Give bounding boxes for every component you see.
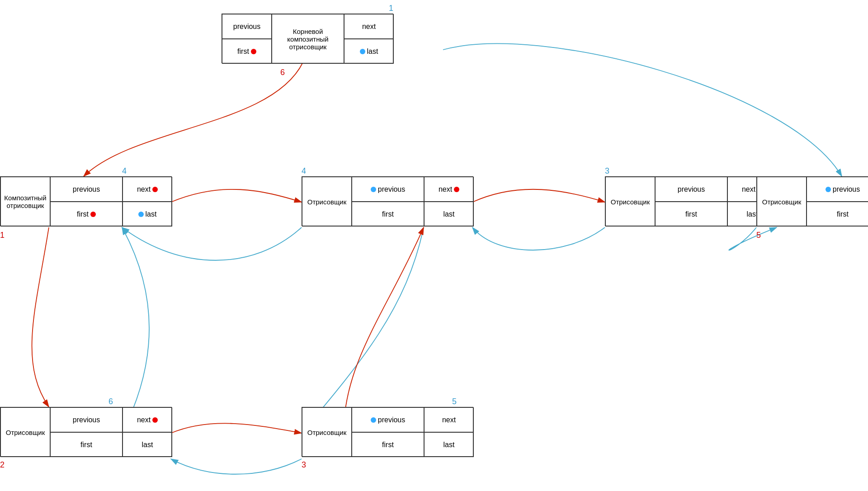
n1-first: first bbox=[50, 202, 123, 227]
n2-label: Отрисовщик bbox=[302, 177, 352, 227]
n2-number-label: 4 bbox=[302, 166, 306, 176]
n5-label: Отрисовщик bbox=[0, 407, 50, 457]
n2-last: last bbox=[424, 202, 474, 227]
node-renderer-5: previous Отрисовщик next first last bbox=[0, 407, 172, 457]
n5-last: last bbox=[123, 432, 172, 457]
root-number-label: 1 bbox=[389, 4, 393, 13]
n5-number-label: 2 bbox=[0, 460, 5, 470]
node-renderer-6: previous Отрисовщик next first last bbox=[302, 407, 473, 457]
n6-next: next bbox=[424, 407, 474, 432]
diagram: previous Корневойкомпозитныйотрисовщик n… bbox=[0, 0, 868, 491]
n1-blue-4-label: 4 bbox=[122, 166, 127, 176]
n1-label: Композитныйотрисовщик bbox=[0, 177, 50, 227]
n6-label: Отрисовщик bbox=[302, 407, 352, 457]
n3-label: Отрисовщик bbox=[605, 177, 655, 227]
n6-blue-5-label: 5 bbox=[452, 397, 457, 406]
n4-label: Отрисовщик bbox=[757, 177, 807, 227]
n4-first: first bbox=[807, 202, 868, 227]
node-composite: previous Композитныйотрисовщик next firs… bbox=[0, 176, 172, 226]
n2-next: next bbox=[424, 177, 474, 202]
n5-next: next bbox=[123, 407, 172, 432]
n1-next: next bbox=[123, 177, 172, 202]
root-next: next bbox=[344, 14, 394, 39]
node-renderer-3: previous Отрисовщик next first last bbox=[605, 176, 777, 226]
node-renderer-4: previous Отрисовщик next first last bbox=[756, 176, 868, 226]
n1-last: last bbox=[123, 202, 172, 227]
n2-previous: previous bbox=[352, 177, 424, 202]
n3-number-label: 3 bbox=[605, 166, 609, 176]
n1-number-label: 1 bbox=[0, 231, 5, 240]
n2-first: first bbox=[352, 202, 424, 227]
n5-blue-6-label: 6 bbox=[108, 397, 113, 406]
n5-previous: previous bbox=[50, 407, 123, 432]
root-last: last bbox=[344, 39, 394, 64]
node-root: previous Корневойкомпозитныйотрисовщик n… bbox=[222, 14, 393, 63]
root-label: Корневойкомпозитныйотрисовщик bbox=[272, 14, 344, 64]
root-first: first bbox=[222, 39, 272, 64]
n6-first: first bbox=[352, 432, 424, 457]
n6-previous: previous bbox=[352, 407, 424, 432]
n1-previous: previous bbox=[50, 177, 123, 202]
n6-last: last bbox=[424, 432, 474, 457]
n3-previous: previous bbox=[655, 177, 727, 202]
n5-first: first bbox=[50, 432, 123, 457]
n4-red-5-label: 5 bbox=[756, 231, 761, 240]
n6-number-label: 3 bbox=[302, 460, 306, 470]
root-previous: previous bbox=[222, 14, 272, 39]
n3-first: first bbox=[655, 202, 727, 227]
n4-previous: previous bbox=[807, 177, 868, 202]
node-renderer-2: previous Отрисовщик next first last bbox=[302, 176, 473, 226]
root-red-6-label: 6 bbox=[280, 68, 285, 77]
